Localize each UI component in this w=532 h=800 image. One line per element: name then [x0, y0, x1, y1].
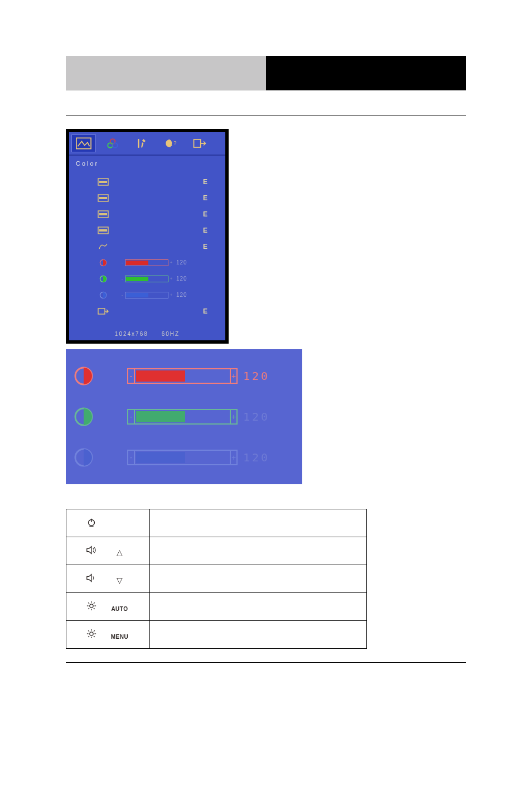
- head-question-icon: ?: [163, 137, 178, 150]
- svg-point-3: [113, 143, 118, 148]
- green-half-circle-icon: [74, 407, 94, 427]
- row-marker: E: [203, 194, 207, 202]
- svg-rect-10: [99, 197, 107, 199]
- green-slider[interactable]: -+120: [127, 409, 270, 425]
- svg-text:?: ?: [173, 139, 176, 146]
- header-left: [66, 56, 266, 90]
- tab-color[interactable]: [100, 134, 125, 152]
- top-rule: [66, 115, 466, 115]
- tab-tools[interactable]: [129, 134, 154, 152]
- svg-rect-6: [194, 139, 201, 147]
- osd-green-slider-row[interactable]: -+120: [97, 271, 217, 287]
- svg-line-30: [88, 603, 89, 604]
- osd-return-row[interactable]: E: [97, 303, 217, 319]
- tab-exit[interactable]: [187, 134, 212, 152]
- svg-point-2: [108, 143, 113, 148]
- osd-preset-row[interactable]: E: [97, 238, 217, 254]
- volume-up-icon: [79, 545, 104, 555]
- osd-footer: 1024x768 60HZ: [69, 331, 225, 337]
- brightness-icon: [79, 601, 104, 611]
- preset-icon: [97, 226, 109, 235]
- document-page: ? Color E E E: [0, 0, 532, 696]
- tab-picture[interactable]: [71, 134, 96, 152]
- svg-line-31: [94, 608, 95, 609]
- rgb-detail: -+120-+120-+120: [66, 349, 302, 484]
- red-value: 120: [176, 259, 187, 266]
- osd-tab-bar: ?: [69, 132, 225, 156]
- bottom-rule: [66, 662, 466, 663]
- svg-line-33: [94, 603, 95, 604]
- row-marker: E: [203, 243, 207, 250]
- preset-icon: [97, 210, 109, 219]
- row-marker: E: [203, 178, 207, 186]
- red-half-circle-icon: [97, 258, 109, 267]
- svg-rect-4: [138, 139, 139, 148]
- green-slider[interactable]: -+120: [119, 276, 187, 282]
- row-marker: E: [203, 226, 207, 234]
- red-slider[interactable]: -+120: [127, 368, 270, 384]
- button-reference-table: △ ▽ AUTO: [66, 509, 367, 649]
- blue-slider[interactable]: -+120: [119, 292, 187, 298]
- swirl-icon: [97, 242, 109, 251]
- svg-rect-18: [98, 309, 105, 314]
- blue-value: 120: [176, 292, 187, 298]
- detail-blue-row[interactable]: -+120: [74, 445, 294, 470]
- volume-down-icon: [79, 573, 104, 583]
- osd-red-slider-row[interactable]: -+120: [97, 254, 217, 271]
- svg-rect-14: [99, 229, 107, 232]
- detail-green-row[interactable]: -+120: [74, 404, 294, 430]
- preset-icon: [97, 194, 109, 203]
- blue-half-circle-icon: [97, 291, 109, 300]
- table-row: AUTO: [66, 593, 367, 621]
- table-row: MENU: [66, 621, 367, 649]
- svg-line-40: [94, 635, 95, 637]
- green-value: 120: [176, 276, 187, 282]
- auto-label: AUTO: [107, 606, 132, 612]
- red-half-circle-icon: [74, 366, 94, 386]
- svg-rect-12: [99, 213, 107, 215]
- svg-point-34: [90, 632, 93, 635]
- exit-icon: [192, 137, 207, 150]
- row-marker: E: [203, 210, 207, 218]
- osd-preview: ? Color E E E: [66, 129, 229, 344]
- table-row: ▽: [66, 565, 367, 593]
- table-row: [66, 509, 367, 537]
- red-slider[interactable]: -+120: [119, 259, 187, 266]
- svg-line-32: [88, 608, 89, 609]
- refresh-label: 60HZ: [162, 331, 180, 337]
- svg-point-25: [90, 604, 93, 607]
- osd-body: E E E E E: [69, 171, 225, 319]
- osd-blue-slider-row[interactable]: -+120: [97, 287, 217, 303]
- osd-title: Color: [69, 156, 225, 171]
- menu-label: MENU: [107, 634, 132, 640]
- blue-slider[interactable]: -+120: [127, 450, 270, 465]
- return-icon: [97, 307, 109, 316]
- osd-preset-row[interactable]: E: [97, 206, 217, 222]
- header-right: [266, 56, 466, 90]
- detail-red-row[interactable]: -+120: [74, 363, 294, 389]
- preset-icon: [97, 177, 109, 186]
- green-half-circle-icon: [97, 274, 109, 283]
- row-marker: E: [203, 307, 207, 315]
- osd-preset-row[interactable]: E: [97, 174, 217, 190]
- red-value: 120: [243, 369, 270, 383]
- resolution-label: 1024x768: [115, 331, 148, 337]
- down-triangle-icon: ▽: [107, 576, 132, 585]
- osd-preset-row[interactable]: E: [97, 222, 217, 238]
- osd-preset-row[interactable]: E: [97, 190, 217, 206]
- svg-line-41: [88, 635, 89, 637]
- tab-language[interactable]: ?: [158, 134, 183, 152]
- rgb-circles-icon: [105, 137, 120, 150]
- svg-line-39: [88, 630, 89, 632]
- green-value: 120: [243, 410, 270, 423]
- header-bar: [66, 56, 466, 90]
- power-icon: [79, 517, 104, 527]
- tools-icon: [134, 137, 149, 150]
- blue-value: 120: [243, 451, 270, 464]
- svg-line-42: [94, 630, 95, 632]
- svg-rect-24: [89, 526, 93, 527]
- up-triangle-icon: △: [107, 548, 132, 557]
- table-row: △: [66, 537, 367, 565]
- picture-icon: [76, 137, 91, 150]
- blue-half-circle-icon: [74, 447, 94, 468]
